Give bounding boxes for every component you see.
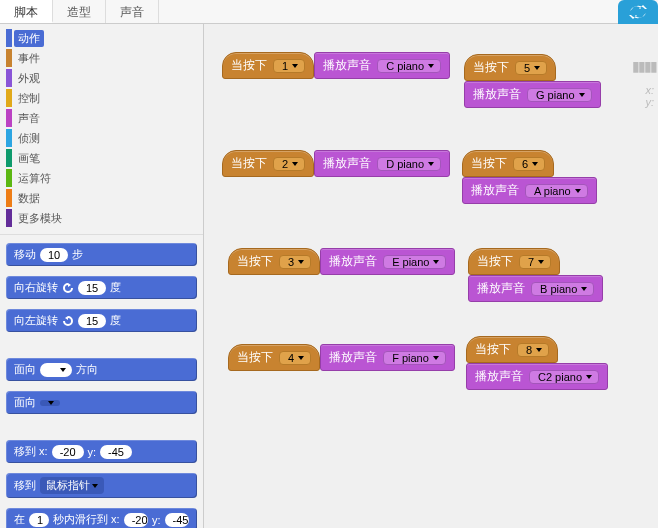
category-label: 数据 bbox=[14, 190, 44, 207]
script-key-7[interactable]: 当按下7播放声音B piano bbox=[468, 248, 658, 302]
category-事件[interactable]: 事件 bbox=[6, 49, 100, 67]
swap-icon bbox=[628, 5, 648, 19]
key-dropdown[interactable]: 3 bbox=[279, 255, 311, 269]
category-数据[interactable]: 数据 bbox=[6, 189, 100, 207]
block-play-sound[interactable]: 播放声音E piano bbox=[320, 248, 455, 275]
script-key-6[interactable]: 当按下6播放声音A piano bbox=[462, 150, 658, 204]
sound-dropdown[interactable]: F piano bbox=[383, 351, 446, 365]
script-canvas[interactable]: ▮▮▮▮ x:y: 当按下1播放声音C piano当按下2播放声音D piano… bbox=[204, 24, 658, 528]
share-toggle-button[interactable] bbox=[618, 0, 658, 24]
category-label: 更多模块 bbox=[14, 210, 66, 227]
block-play-sound[interactable]: 播放声音F piano bbox=[320, 344, 455, 371]
category-color-bar bbox=[6, 189, 12, 207]
category-color-bar bbox=[6, 29, 12, 47]
hat-when-key-pressed[interactable]: 当按下1 bbox=[222, 52, 314, 79]
category-声音[interactable]: 声音 bbox=[6, 109, 100, 127]
category-label: 声音 bbox=[14, 110, 44, 127]
script-key-4[interactable]: 当按下4播放声音F piano bbox=[228, 344, 455, 371]
category-color-bar bbox=[6, 209, 12, 227]
block-goto-xy[interactable]: 移到 x:-20 y:-45 bbox=[6, 440, 197, 463]
category-color-bar bbox=[6, 109, 12, 127]
category-color-bar bbox=[6, 129, 12, 147]
key-dropdown[interactable]: 7 bbox=[519, 255, 551, 269]
sound-dropdown[interactable]: A piano bbox=[525, 184, 588, 198]
key-dropdown[interactable]: 4 bbox=[279, 351, 311, 365]
block-play-sound[interactable]: 播放声音B piano bbox=[468, 275, 603, 302]
block-glide[interactable]: 在1 秒内滑行到 x:-20 y:-45 bbox=[6, 508, 197, 528]
category-更多模块[interactable]: 更多模块 bbox=[6, 209, 100, 227]
category-label: 外观 bbox=[14, 70, 44, 87]
category-运算符[interactable]: 运算符 bbox=[6, 169, 100, 187]
block-play-sound[interactable]: 播放声音C2 piano bbox=[466, 363, 608, 390]
hat-when-key-pressed[interactable]: 当按下5 bbox=[464, 54, 556, 81]
category-label: 侦测 bbox=[14, 130, 44, 147]
script-key-8[interactable]: 当按下8播放声音C2 piano bbox=[466, 336, 658, 390]
script-key-1[interactable]: 当按下1播放声音C piano bbox=[222, 52, 450, 79]
hat-when-key-pressed[interactable]: 当按下6 bbox=[462, 150, 554, 177]
hat-when-key-pressed[interactable]: 当按下8 bbox=[466, 336, 558, 363]
key-dropdown[interactable]: 5 bbox=[515, 61, 547, 75]
tab-scripts[interactable]: 脚本 bbox=[0, 0, 53, 23]
turn-right-icon bbox=[62, 282, 74, 294]
block-palette: 移动10步 向右旋转 15度 向左旋转 15度 面向 90 方向 面向 bbox=[0, 235, 203, 528]
category-外观[interactable]: 外观 bbox=[6, 69, 100, 87]
tab-sounds[interactable]: 声音 bbox=[106, 0, 159, 23]
tab-costumes[interactable]: 造型 bbox=[53, 0, 106, 23]
block-turn-left[interactable]: 向左旋转 15度 bbox=[6, 309, 197, 332]
category-color-bar bbox=[6, 149, 12, 167]
block-play-sound[interactable]: 播放声音G piano bbox=[464, 81, 601, 108]
category-label: 画笔 bbox=[14, 150, 44, 167]
category-label: 动作 bbox=[14, 30, 44, 47]
block-point-direction[interactable]: 面向 90 方向 bbox=[6, 358, 197, 381]
category-侦测[interactable]: 侦测 bbox=[6, 129, 100, 147]
turn-left-icon bbox=[62, 315, 74, 327]
block-sidebar: 动作事件外观控制声音侦测画笔运算符数据更多模块 移动10步 向右旋转 15度 向… bbox=[0, 24, 204, 528]
block-turn-right[interactable]: 向右旋转 15度 bbox=[6, 276, 197, 299]
category-label: 运算符 bbox=[14, 170, 55, 187]
sound-dropdown[interactable]: C piano bbox=[377, 59, 441, 73]
sound-dropdown[interactable]: C2 piano bbox=[529, 370, 599, 384]
block-goto-object[interactable]: 移到 鼠标指针 bbox=[6, 473, 197, 498]
key-dropdown[interactable]: 2 bbox=[273, 157, 305, 171]
sound-dropdown[interactable]: B piano bbox=[531, 282, 594, 296]
sound-dropdown[interactable]: E piano bbox=[383, 255, 446, 269]
key-dropdown[interactable]: 1 bbox=[273, 59, 305, 73]
script-key-2[interactable]: 当按下2播放声音D piano bbox=[222, 150, 450, 177]
category-color-bar bbox=[6, 169, 12, 187]
hat-when-key-pressed[interactable]: 当按下7 bbox=[468, 248, 560, 275]
category-画笔[interactable]: 画笔 bbox=[6, 149, 100, 167]
key-dropdown[interactable]: 6 bbox=[513, 157, 545, 171]
sound-dropdown[interactable]: G piano bbox=[527, 88, 592, 102]
key-dropdown[interactable]: 8 bbox=[517, 343, 549, 357]
category-label: 事件 bbox=[14, 50, 44, 67]
hat-when-key-pressed[interactable]: 当按下3 bbox=[228, 248, 320, 275]
point-towards-dropdown[interactable] bbox=[40, 400, 60, 406]
goto-object-dropdown[interactable]: 鼠标指针 bbox=[40, 477, 104, 494]
category-color-bar bbox=[6, 89, 12, 107]
category-动作[interactable]: 动作 bbox=[6, 29, 100, 47]
editor-tabs: 脚本 造型 声音 bbox=[0, 0, 658, 24]
sound-dropdown[interactable]: D piano bbox=[377, 157, 441, 171]
hat-when-key-pressed[interactable]: 当按下2 bbox=[222, 150, 314, 177]
block-play-sound[interactable]: 播放声音C piano bbox=[314, 52, 450, 79]
category-color-bar bbox=[6, 49, 12, 67]
script-key-3[interactable]: 当按下3播放声音E piano bbox=[228, 248, 455, 275]
category-grid: 动作事件外观控制声音侦测画笔运算符数据更多模块 bbox=[0, 24, 203, 235]
hat-when-key-pressed[interactable]: 当按下4 bbox=[228, 344, 320, 371]
block-play-sound[interactable]: 播放声音A piano bbox=[462, 177, 597, 204]
category-label: 控制 bbox=[14, 90, 44, 107]
block-point-towards[interactable]: 面向 bbox=[6, 391, 197, 414]
block-play-sound[interactable]: 播放声音D piano bbox=[314, 150, 450, 177]
block-move-steps[interactable]: 移动10步 bbox=[6, 243, 197, 266]
category-color-bar bbox=[6, 69, 12, 87]
category-控制[interactable]: 控制 bbox=[6, 89, 100, 107]
script-key-5[interactable]: 当按下5播放声音G piano bbox=[464, 54, 658, 108]
direction-dropdown[interactable]: 90 bbox=[40, 363, 72, 377]
